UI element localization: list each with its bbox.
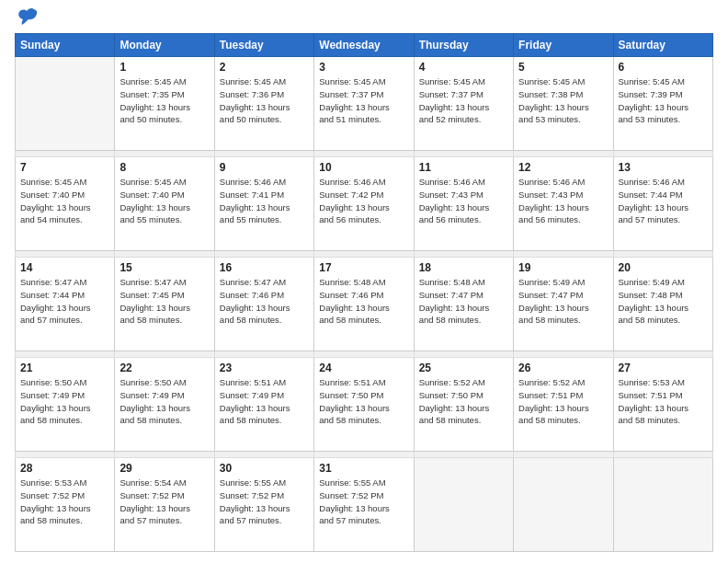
day-number: 12 [518,161,608,174]
calendar-cell: 29Sunrise: 5:54 AM Sunset: 7:52 PM Dayli… [115,458,214,552]
calendar-cell: 25Sunrise: 5:52 AM Sunset: 7:50 PM Dayli… [414,358,513,452]
header [15,11,713,26]
weekday-header-row: SundayMondayTuesdayWednesdayThursdayFrid… [16,34,713,57]
calendar-cell: 20Sunrise: 5:49 AM Sunset: 7:48 PM Dayli… [613,258,712,351]
day-info: Sunrise: 5:45 AM Sunset: 7:38 PM Dayligh… [518,75,608,126]
week-row-5: 28Sunrise: 5:53 AM Sunset: 7:52 PM Dayli… [16,458,713,552]
calendar-cell: 7Sunrise: 5:45 AM Sunset: 7:40 PM Daylig… [16,157,115,251]
calendar-cell: 6Sunrise: 5:45 AM Sunset: 7:39 PM Daylig… [613,57,712,151]
calendar-cell: 10Sunrise: 5:46 AM Sunset: 7:42 PM Dayli… [314,157,414,251]
day-info: Sunrise: 5:46 AM Sunset: 7:42 PM Dayligh… [319,176,408,226]
day-info: Sunrise: 5:45 AM Sunset: 7:40 PM Dayligh… [20,176,109,226]
day-info: Sunrise: 5:53 AM Sunset: 7:51 PM Dayligh… [619,376,708,427]
day-number: 21 [20,362,109,374]
calendar-cell: 11Sunrise: 5:46 AM Sunset: 7:43 PM Dayli… [414,157,513,251]
calendar-cell: 21Sunrise: 5:50 AM Sunset: 7:49 PM Dayli… [16,358,115,452]
day-info: Sunrise: 5:50 AM Sunset: 7:49 PM Dayligh… [119,376,209,427]
calendar-cell: 19Sunrise: 5:49 AM Sunset: 7:47 PM Dayli… [514,258,613,351]
day-number: 5 [518,61,608,74]
calendar-cell [613,458,712,552]
day-number: 24 [319,362,408,374]
day-number: 3 [319,61,408,74]
week-divider-row [16,150,713,156]
day-info: Sunrise: 5:48 AM Sunset: 7:47 PM Dayligh… [419,276,508,327]
day-number: 8 [119,161,209,174]
day-info: Sunrise: 5:53 AM Sunset: 7:52 PM Dayligh… [20,477,109,527]
calendar-cell: 30Sunrise: 5:55 AM Sunset: 7:52 PM Dayli… [214,458,313,552]
day-info: Sunrise: 5:48 AM Sunset: 7:46 PM Dayligh… [319,276,408,327]
day-info: Sunrise: 5:47 AM Sunset: 7:46 PM Dayligh… [220,276,309,327]
weekday-header-wednesday: Wednesday [314,34,414,57]
weekday-header-tuesday: Tuesday [214,34,313,57]
calendar-cell: 23Sunrise: 5:51 AM Sunset: 7:49 PM Dayli… [214,358,313,452]
calendar-cell: 16Sunrise: 5:47 AM Sunset: 7:46 PM Dayli… [214,258,313,351]
calendar-cell: 24Sunrise: 5:51 AM Sunset: 7:50 PM Dayli… [314,358,414,452]
day-number: 16 [220,261,309,274]
week-row-4: 21Sunrise: 5:50 AM Sunset: 7:49 PM Dayli… [16,358,713,452]
calendar-cell: 12Sunrise: 5:46 AM Sunset: 7:43 PM Dayli… [514,157,613,251]
weekday-header-sunday: Sunday [16,34,115,57]
day-number: 28 [20,462,109,475]
calendar-table: SundayMondayTuesdayWednesdayThursdayFrid… [15,33,713,552]
day-info: Sunrise: 5:47 AM Sunset: 7:45 PM Dayligh… [119,276,209,327]
day-info: Sunrise: 5:46 AM Sunset: 7:41 PM Dayligh… [220,176,309,226]
day-info: Sunrise: 5:52 AM Sunset: 7:50 PM Dayligh… [419,376,508,427]
calendar-cell: 5Sunrise: 5:45 AM Sunset: 7:38 PM Daylig… [514,57,613,151]
calendar-cell: 2Sunrise: 5:45 AM Sunset: 7:36 PM Daylig… [214,57,313,151]
day-number: 1 [119,61,209,74]
day-info: Sunrise: 5:54 AM Sunset: 7:52 PM Dayligh… [119,477,209,527]
calendar-cell: 1Sunrise: 5:45 AM Sunset: 7:35 PM Daylig… [115,57,214,151]
calendar-cell: 18Sunrise: 5:48 AM Sunset: 7:47 PM Dayli… [414,258,513,351]
calendar-cell: 9Sunrise: 5:46 AM Sunset: 7:41 PM Daylig… [214,157,313,251]
calendar-cell: 3Sunrise: 5:45 AM Sunset: 7:37 PM Daylig… [314,57,414,151]
day-number: 6 [619,61,708,74]
day-info: Sunrise: 5:45 AM Sunset: 7:37 PM Dayligh… [419,75,508,126]
day-number: 2 [220,61,309,74]
week-divider-row [16,451,713,457]
day-number: 19 [518,261,608,274]
day-number: 20 [619,261,708,274]
day-number: 18 [419,261,508,274]
calendar-cell [16,57,115,151]
day-number: 15 [119,261,209,274]
day-info: Sunrise: 5:46 AM Sunset: 7:43 PM Dayligh… [419,176,508,226]
day-number: 11 [419,161,508,174]
calendar-cell: 8Sunrise: 5:45 AM Sunset: 7:40 PM Daylig… [115,157,214,251]
day-number: 30 [220,462,309,475]
day-number: 4 [419,61,508,74]
weekday-header-saturday: Saturday [613,34,712,57]
weekday-header-monday: Monday [115,34,214,57]
day-info: Sunrise: 5:45 AM Sunset: 7:36 PM Dayligh… [220,75,309,126]
calendar-cell: 27Sunrise: 5:53 AM Sunset: 7:51 PM Dayli… [613,358,712,452]
day-info: Sunrise: 5:49 AM Sunset: 7:48 PM Dayligh… [619,276,708,327]
day-number: 23 [220,362,309,374]
calendar-cell: 14Sunrise: 5:47 AM Sunset: 7:44 PM Dayli… [16,258,115,351]
calendar-cell: 4Sunrise: 5:45 AM Sunset: 7:37 PM Daylig… [414,57,513,151]
day-info: Sunrise: 5:45 AM Sunset: 7:40 PM Dayligh… [119,176,209,226]
page-container: SundayMondayTuesdayWednesdayThursdayFrid… [0,0,728,563]
day-info: Sunrise: 5:55 AM Sunset: 7:52 PM Dayligh… [319,477,408,527]
calendar-cell: 26Sunrise: 5:52 AM Sunset: 7:51 PM Dayli… [514,358,613,452]
day-number: 26 [518,362,608,374]
calendar-cell: 15Sunrise: 5:47 AM Sunset: 7:45 PM Dayli… [115,258,214,351]
day-number: 17 [319,261,408,274]
calendar-cell: 28Sunrise: 5:53 AM Sunset: 7:52 PM Dayli… [16,458,115,552]
day-info: Sunrise: 5:49 AM Sunset: 7:47 PM Dayligh… [518,276,608,327]
calendar-cell [514,458,613,552]
day-info: Sunrise: 5:51 AM Sunset: 7:49 PM Dayligh… [220,376,309,427]
calendar-cell: 17Sunrise: 5:48 AM Sunset: 7:46 PM Dayli… [314,258,414,351]
calendar-cell: 22Sunrise: 5:50 AM Sunset: 7:49 PM Dayli… [115,358,214,452]
day-number: 31 [319,462,408,475]
day-number: 25 [419,362,508,374]
day-info: Sunrise: 5:45 AM Sunset: 7:35 PM Dayligh… [119,75,209,126]
bird-icon [17,7,38,26]
day-number: 14 [20,261,109,274]
day-info: Sunrise: 5:45 AM Sunset: 7:37 PM Dayligh… [319,75,408,126]
weekday-header-friday: Friday [514,34,613,57]
calendar-cell [414,458,513,552]
day-number: 29 [119,462,209,475]
weekday-header-thursday: Thursday [414,34,513,57]
day-info: Sunrise: 5:51 AM Sunset: 7:50 PM Dayligh… [319,376,408,427]
day-info: Sunrise: 5:47 AM Sunset: 7:44 PM Dayligh… [20,276,109,327]
day-number: 7 [20,161,109,174]
